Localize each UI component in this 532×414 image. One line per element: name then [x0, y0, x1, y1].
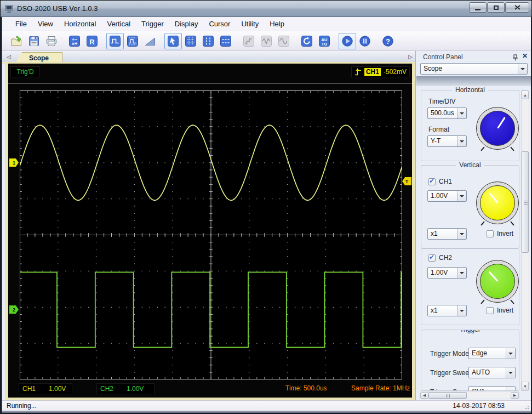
svg-text:TO: TO	[322, 41, 327, 46]
ch2-enable-checkbox[interactable]	[428, 254, 436, 262]
combo-arrow-button[interactable]	[457, 229, 466, 239]
combo-arrow-button[interactable]	[506, 387, 515, 391]
scroll-up-icon[interactable]: ▲	[522, 90, 529, 99]
panel-header-strip	[416, 76, 531, 86]
ramp-display-button[interactable]	[141, 33, 159, 49]
refresh-button[interactable]	[298, 33, 316, 49]
format-combo[interactable]: Y-T	[427, 135, 467, 147]
combo-arrow-button[interactable]	[518, 64, 527, 74]
tab-scroll-left-icon[interactable]: ◁	[5, 53, 13, 61]
tab-scroll-right-icon[interactable]: ▷	[407, 53, 414, 61]
open-file-button[interactable]	[8, 33, 25, 49]
trigger-group-title: Trigger	[456, 330, 484, 333]
pause-acquisition-button[interactable]	[356, 33, 374, 49]
scroll-left-icon[interactable]: ◀	[420, 392, 428, 399]
math-functions-button[interactable]: +−×÷	[66, 33, 83, 49]
pulse-levels-button[interactable]	[124, 33, 141, 49]
chevron-down-icon	[508, 391, 513, 392]
menu-item-vertical[interactable]: Vertical	[101, 18, 136, 30]
pulse-display-button[interactable]	[106, 33, 124, 49]
combo-arrow-button[interactable]	[457, 108, 466, 118]
panel-horizontal-scrollbar[interactable]: ◀ ▶	[420, 392, 519, 399]
menu-item-cursor[interactable]: Cursor	[203, 18, 236, 30]
ch2-scale-combo[interactable]: 1.00V	[427, 267, 467, 279]
ch1-probe-combo[interactable]: x1	[427, 228, 467, 240]
ch2-readout-label: CH2	[100, 385, 113, 393]
combo-arrow-button[interactable]	[457, 136, 466, 146]
vertical-scroll-thumb[interactable]	[522, 151, 529, 253]
horizontal-group-title: Horizontal	[452, 86, 488, 94]
panel-selector-value: Scope	[421, 64, 527, 74]
combo-arrow-button[interactable]	[457, 305, 466, 316]
ch2-probe-combo[interactable]: x1	[427, 305, 467, 316]
grid-display-button[interactable]	[182, 33, 199, 49]
minimize-button[interactable]	[469, 2, 487, 13]
print-button[interactable]	[43, 33, 60, 49]
status-bar: Running... 14-03-2017 08:53	[2, 400, 531, 411]
control-panel-title: Control Panel	[423, 53, 463, 61]
vertical-cursors-button[interactable]	[199, 33, 217, 49]
minimize-icon	[475, 9, 480, 10]
maximize-button[interactable]	[487, 2, 505, 13]
start-acquisition-button[interactable]	[339, 33, 356, 49]
ch1-position-marker[interactable]: 1	[9, 158, 19, 167]
ch2-position-marker[interactable]: 2	[9, 305, 19, 314]
reference-waveform-button[interactable]: R	[83, 33, 101, 49]
chevron-down-icon	[508, 353, 513, 355]
trigger-source-combo[interactable]: CH1	[468, 386, 516, 391]
scroll-down-icon[interactable]: ▼	[522, 382, 529, 390]
horizontal-cursors-button[interactable]	[217, 33, 234, 49]
maximize-icon	[494, 5, 499, 10]
menu-item-trigger[interactable]: Trigger	[136, 18, 169, 30]
ch1-scale-combo[interactable]: 1.00V	[427, 190, 467, 202]
save-button[interactable]	[25, 33, 43, 49]
step-interpolation-button	[240, 33, 258, 49]
trigger-status-badge: Trig'D	[10, 66, 40, 77]
trigger-mode-combo[interactable]: Edge	[468, 348, 516, 359]
time-readout: Time: 500.0us	[285, 384, 327, 392]
ch2-invert-checkbox[interactable]	[487, 307, 494, 314]
menu-item-view[interactable]: View	[32, 18, 59, 30]
horizontal-scroll-thumb[interactable]	[428, 392, 467, 399]
chevron-down-icon	[460, 272, 464, 274]
ch1-position-knob[interactable]	[476, 182, 519, 224]
grid-display-icon	[185, 35, 197, 47]
status-datetime: 14-03-2017 08:53	[453, 402, 505, 410]
combo-arrow-button[interactable]	[506, 367, 515, 378]
svg-text:×÷: ×÷	[72, 41, 77, 46]
time-div-combo[interactable]: 500.0us	[427, 107, 467, 119]
title-bar[interactable]: DSO-2020 USB Ver 1.0.3	[1, 1, 532, 17]
combo-arrow-button[interactable]	[506, 348, 515, 359]
ch2-invert-label: Invert	[497, 307, 513, 314]
chevron-down-icon	[520, 68, 525, 70]
combo-arrow-button[interactable]	[457, 191, 466, 201]
trigger-level-marker[interactable]: T	[402, 177, 411, 185]
combo-arrow-button[interactable]	[457, 268, 466, 278]
scope-plot-svg	[20, 90, 402, 379]
trigger-group: Trigger Trigger Mode Edge Trigger Sweep …	[421, 330, 519, 391]
menu-item-display[interactable]: Display	[169, 18, 204, 30]
trigger-level-value: -502mV	[384, 68, 407, 76]
menu-item-horizontal[interactable]: Horizontal	[59, 18, 102, 30]
pointer-cursor-button[interactable]	[164, 33, 182, 49]
ch1-enable-checkbox[interactable]	[428, 178, 436, 185]
start-acquisition-icon	[341, 35, 353, 47]
ch1-invert-checkbox[interactable]	[487, 230, 494, 237]
resize-grip[interactable]	[523, 404, 529, 409]
auto-setup-button[interactable]: AUTO	[316, 33, 333, 49]
panel-close-icon[interactable]: ✕	[522, 52, 528, 60]
trigger-sweep-combo[interactable]: AUTO	[468, 367, 516, 378]
horizontal-position-knob[interactable]	[476, 107, 519, 150]
ch1-readout-label: CH1	[22, 385, 36, 393]
menu-item-help[interactable]: Help	[264, 18, 290, 30]
panel-selector-combo[interactable]: Scope	[420, 63, 528, 75]
pin-icon[interactable]	[512, 53, 518, 63]
ch2-position-knob[interactable]	[476, 260, 519, 303]
menu-item-file[interactable]: File	[10, 18, 32, 30]
close-button[interactable]	[505, 2, 529, 13]
panel-vertical-scrollbar[interactable]: ▲ ▼	[521, 90, 529, 391]
help-button[interactable]: ?	[379, 33, 397, 49]
menu-item-utility[interactable]: Utility	[236, 18, 264, 30]
trigger-source-label: Trigger Source	[430, 388, 473, 391]
scroll-right-icon[interactable]: ▶	[511, 392, 519, 399]
